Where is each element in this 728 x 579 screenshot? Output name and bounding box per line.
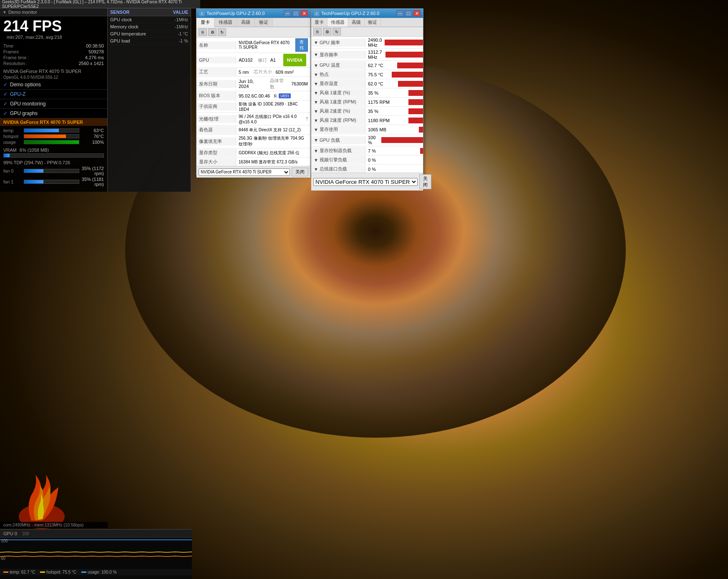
left-panel-header[interactable]: ▼ Demo monitor: [0, 8, 107, 16]
gpuz2-close[interactable]: ✕: [413, 10, 421, 17]
gpuz2-label-vram: 显存使用: [320, 126, 338, 133]
toolbar-copy-icon[interactable]: ⎘: [199, 28, 207, 36]
gpuz2-field-video-engine: ▼ 视频引擎负载: [311, 156, 365, 164]
gpuz2-settings-icon[interactable]: ⚙: [323, 28, 331, 35]
gpuz2-tab-传感器[interactable]: 传感器: [327, 18, 348, 27]
sensor-panel: SENSOR VALUE GPU clock -1MHz Memory cloc…: [108, 8, 191, 192]
gpuz2-dropdown-mem-ctrl[interactable]: ▼: [314, 148, 318, 153]
gpuz2-tab-显卡[interactable]: 显卡: [311, 18, 327, 27]
gpuz2-value-mem-freq: 1312.7 MHz: [365, 49, 385, 60]
gpuz2-copy-icon[interactable]: ⎘: [313, 28, 322, 35]
gpuz1-value-gpu: AD102 修订 A1 NVIDIA: [236, 53, 310, 67]
sensor-header: SENSOR VALUE: [108, 8, 191, 16]
gpuz2-field-gpu-freq: ▼ GPU 频率: [311, 39, 365, 47]
gpuz2-dropdown-gpu-temp[interactable]: ▼: [314, 63, 318, 68]
gpuz1-controls[interactable]: ─ □ ✕: [284, 10, 308, 17]
gpuz1-row-process: 工艺 5 nm 芯片大小 609 mm²: [196, 68, 310, 77]
bios-copy-icon[interactable]: ⎘: [274, 93, 277, 98]
nav-demo-options[interactable]: ✓ Demo options: [0, 80, 107, 90]
gpuz2-value-fan2-rpm: 1180 RPM: [365, 117, 408, 124]
gpuz2-dropdown-fan2-rpm[interactable]: ▼: [314, 118, 318, 123]
nav-gpuz-label: GPU-Z: [10, 91, 25, 97]
toolbar-settings-icon[interactable]: ⚙: [208, 28, 217, 36]
nav-demo-label: Demo options: [10, 82, 41, 88]
fps-stats: min:207, max:229, avg:218: [3, 34, 104, 40]
gpuz1-maximize[interactable]: □: [292, 10, 300, 17]
gpuz2-row-gpu-freq: ▼ GPU 频率 2490.0 MHz: [311, 37, 423, 49]
sensor-gpu-temp-label: GPU temperature: [110, 31, 159, 36]
gpuz1-tabs[interactable]: 显卡 传感器 高级 验证: [196, 18, 310, 27]
temp-value: 63°C: [81, 128, 104, 133]
resolution-row: Resolution : 2560 x 1421: [3, 60, 104, 66]
legend-temp-text: temp: 62.7 °C: [10, 570, 35, 574]
gpuz1-value-bios: 95.02.6C.00.46 ⎘ UEFI: [236, 93, 310, 99]
gpuz2-label-mem-temp: 显存温度: [320, 80, 338, 87]
fan1-value: 35% (1181 rpm): [81, 177, 104, 187]
gpuz2-row-fan2-rpm: ▼ 风扇 2速度 (RPM) 1180 RPM: [311, 116, 423, 125]
gpuz1-footer: NVIDIA GeForce RTX 4070 Ti SUPER 关闭: [196, 166, 310, 178]
nav-gpu-graphs[interactable]: ✓ GPU graphs: [0, 109, 107, 118]
gpuz2-row-mem-freq: ▼ 显存频率 1312.7 MHz: [311, 49, 423, 61]
frames-row: Frames 509278: [3, 49, 104, 55]
gpuz2-dropdown-fan2-pct[interactable]: ▼: [314, 109, 318, 114]
legend-hotspot: hotspot: 75.5 °C: [40, 570, 76, 574]
gpuz2-refresh-icon[interactable]: ↻: [333, 28, 341, 35]
fan1-label: fan 1: [3, 179, 22, 184]
gpuz2-dropdown-hotspot[interactable]: ▼: [314, 72, 318, 77]
tab-验证[interactable]: 验证: [255, 18, 273, 27]
gpu-name-text: NVIDIA GeForce RTX 4070 Ti SUPER: [239, 40, 294, 50]
gpuz2-row-mem-ctrl: ▼ 显存控制器负载 7 %: [311, 146, 423, 155]
gpuz2-dropdown-mem-freq[interactable]: ▼: [314, 52, 318, 57]
gpuz2-bar-mem-ctrl: [420, 148, 423, 154]
gpuz1-row-vendor: 子供应商 影驰 设备 ID 10DE 2689 · 1B4C 1BD4: [196, 100, 310, 113]
toolbar-refresh-icon[interactable]: ↻: [218, 28, 226, 36]
gpuz2-tab-验证[interactable]: 验证: [365, 18, 381, 27]
sensor-mem-clock-label: Memory clock: [110, 24, 159, 29]
pcie-help-icon[interactable]: ?: [305, 117, 308, 121]
tab-高级[interactable]: 高级: [237, 18, 255, 27]
gpuz1-row-gpu: GPU AD102 修订 A1 NVIDIA: [196, 53, 310, 68]
gpuz2-maximize[interactable]: □: [405, 10, 412, 17]
gpuz2-dropdown-video-engine[interactable]: ▼: [314, 158, 318, 163]
gpuz1-row-release: 发布日期 Jun 10, 2024 晶体管数 76300M: [196, 77, 310, 91]
gpuz2-dropdown-vram[interactable]: ▼: [314, 127, 318, 132]
nav-gpuz[interactable]: ✓ GPU-Z: [0, 90, 107, 99]
gpuz1-query-btn[interactable]: 查找: [295, 38, 308, 52]
tab-显卡[interactable]: 显卡: [196, 18, 214, 27]
vram-bar-container: [3, 153, 104, 158]
gpuz2-minimize[interactable]: ─: [396, 10, 404, 17]
gpuz2-tab-高级[interactable]: 高级: [348, 18, 365, 27]
gpuz1-close[interactable]: ✕: [300, 10, 308, 17]
gpuz2-dropdown-mem-temp[interactable]: ▼: [314, 81, 318, 86]
gpuz2-icon: Z: [314, 10, 320, 16]
tab-传感器[interactable]: 传感器: [214, 18, 237, 27]
gpuz1-row-rops: 光栅/纹理 96 / 264 总线接口 PCle x16 4.0 @x16 4.…: [196, 113, 310, 125]
gpuz2-bar-fan1-rpm: [408, 99, 423, 105]
gpuz1-row-memsize: 显存大小 16384 MB 显存带宽 672.3 GB/s: [196, 158, 310, 166]
gpuz2-gpu-select[interactable]: NVIDIA GeForce RTX 4070 Ti SUPER: [313, 178, 418, 186]
gpuz2-dropdown-gpu-load[interactable]: ▼: [314, 138, 318, 143]
gpuz2-label-fan1-pct: 风扇 1速度 (%): [320, 90, 350, 96]
gpuz2-controls[interactable]: ─ □ ✕: [396, 10, 421, 17]
gpuz2-title: TechPowerUp GPU-Z 2.60.0: [321, 11, 379, 16]
gpuz2-dropdown-fan1-rpm[interactable]: ▼: [314, 100, 318, 105]
sensor-gpu-load-value: -1 %: [159, 38, 188, 43]
sensor-row-gpu-clock: GPU clock -1MHz: [108, 16, 191, 23]
furmark-title: Geeks3D FurMark 2.3.0.0 - [ FurMark (GL)…: [2, 0, 198, 9]
gpuz2-dropdown-gpu-freq[interactable]: ▼: [314, 40, 318, 45]
usage-value: 100%: [81, 140, 104, 145]
gpuz1-close-btn[interactable]: 关闭: [292, 168, 308, 176]
fan0-bar: [24, 169, 43, 173]
gpuz2-dropdown-bus-interface[interactable]: ▼: [314, 167, 318, 172]
usage-bar: [24, 140, 79, 144]
gpuz2-close-btn[interactable]: 关闭: [419, 174, 431, 189]
gpuz2-tabs[interactable]: 显卡 传感器 高级 验证: [311, 18, 423, 27]
nav-gpu-monitoring[interactable]: ✓ GPU monitoring: [0, 99, 107, 109]
gpuz1-minimize[interactable]: ─: [284, 10, 291, 17]
gpuz1-gpu-select[interactable]: NVIDIA GeForce RTX 4070 Ti SUPER: [199, 168, 290, 176]
gpuz1-field-name: 名称: [196, 41, 236, 49]
gpuz1-value-pixel-fill: 256.3G 像素/秒 纹理填充率 704.9G 纹理/秒: [236, 135, 310, 148]
gpuz2-dropdown-fan1-pct[interactable]: ▼: [314, 90, 318, 95]
gpuz1-value-release: Jun 10, 2024 晶体管数 76300M: [236, 77, 310, 91]
main-graph-area: 100 60: [0, 538, 192, 569]
